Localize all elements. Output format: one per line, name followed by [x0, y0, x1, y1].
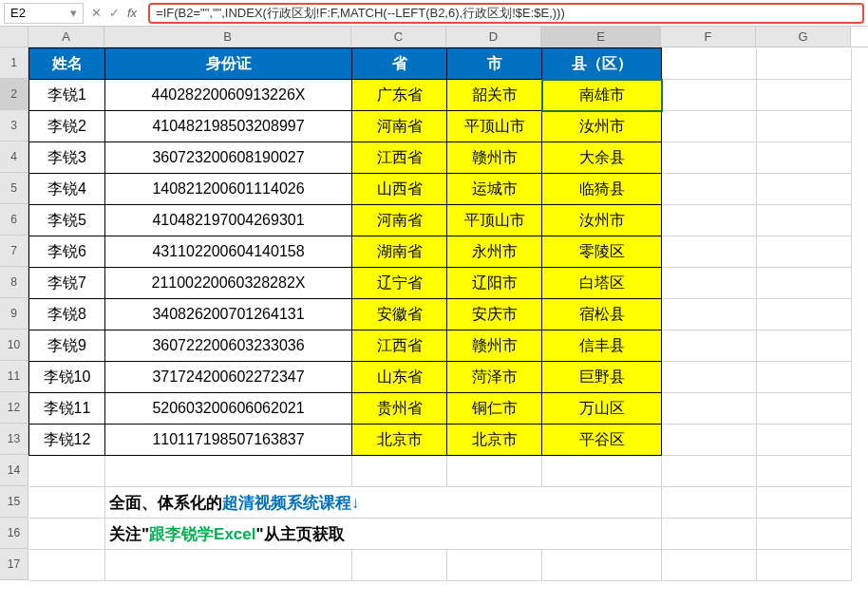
col-header-g[interactable]: G	[756, 27, 851, 47]
cell[interactable]	[662, 48, 757, 80]
cell-name[interactable]: 李锐2	[29, 111, 105, 142]
cell[interactable]	[757, 550, 852, 581]
cell-name[interactable]: 李锐12	[29, 425, 105, 456]
row-header-3[interactable]: 3	[0, 110, 28, 142]
cell-province[interactable]: 河南省	[352, 111, 447, 142]
cell[interactable]	[757, 519, 852, 550]
cell-city[interactable]: 辽阳市	[447, 268, 542, 299]
row-header-8[interactable]: 8	[0, 267, 28, 298]
col-header-d[interactable]: D	[446, 27, 541, 47]
cell-county[interactable]: 白塔区	[542, 268, 662, 299]
col-header-f[interactable]: F	[661, 27, 756, 47]
cell[interactable]	[29, 550, 105, 581]
spreadsheet-grid[interactable]: 姓名 身份证 省 市 县（区） 李锐1 44028220060913226X 广…	[28, 47, 852, 581]
cell[interactable]	[662, 142, 757, 174]
formula-input[interactable]: =IF(B2="","",INDEX(行政区划!F:F,MATCH(--LEFT…	[148, 3, 864, 24]
cell-city[interactable]: 铜仁市	[447, 393, 542, 425]
cell-county[interactable]: 大余县	[542, 142, 662, 174]
row-header-17[interactable]: 17	[0, 549, 28, 580]
cell-id[interactable]: 410482198503208997	[105, 111, 352, 142]
cell-province[interactable]: 贵州省	[352, 393, 447, 425]
cell-county[interactable]: 临猗县	[542, 174, 662, 205]
cell-name[interactable]: 李锐11	[29, 393, 105, 425]
cell[interactable]	[662, 487, 757, 519]
cancel-icon[interactable]: ✕	[91, 6, 102, 20]
cell-city[interactable]: 安庆市	[447, 299, 542, 330]
cell-province[interactable]: 山东省	[352, 362, 447, 393]
cell-province[interactable]: 北京市	[352, 425, 447, 456]
cell-name[interactable]: 李锐4	[29, 174, 105, 205]
cell-county-selected[interactable]: 南雄市	[542, 80, 662, 111]
cell-name[interactable]: 李锐1	[29, 80, 105, 111]
cell-name[interactable]: 李锐8	[29, 299, 105, 330]
cell[interactable]	[757, 425, 852, 456]
row-header-13[interactable]: 13	[0, 424, 28, 455]
cell-county[interactable]: 汝州市	[542, 111, 662, 142]
cell[interactable]	[662, 268, 757, 299]
name-box[interactable]: E2 ▾	[4, 3, 84, 24]
cell-id[interactable]: 44028220060913226X	[105, 80, 352, 111]
cell[interactable]	[352, 550, 447, 581]
cell[interactable]	[757, 174, 852, 205]
row-header-1[interactable]: 1	[0, 47, 28, 79]
cell-province[interactable]: 江西省	[352, 330, 447, 362]
cell-name[interactable]: 李锐7	[29, 268, 105, 299]
select-all-corner[interactable]	[0, 27, 28, 47]
cell-id[interactable]: 340826200701264131	[105, 299, 352, 330]
header-id[interactable]: 身份证	[105, 48, 352, 80]
cell[interactable]	[757, 299, 852, 330]
cell-city[interactable]: 韶关市	[447, 80, 542, 111]
cell[interactable]	[662, 236, 757, 268]
header-province[interactable]: 省	[352, 48, 447, 80]
cell[interactable]	[757, 362, 852, 393]
cell-name[interactable]: 李锐9	[29, 330, 105, 362]
cell[interactable]	[662, 111, 757, 142]
cell[interactable]	[662, 550, 757, 581]
cell-city[interactable]: 平顶山市	[447, 111, 542, 142]
fx-icon[interactable]: fx	[127, 6, 137, 20]
cell[interactable]	[757, 111, 852, 142]
cell[interactable]	[757, 142, 852, 174]
cell[interactable]	[662, 205, 757, 236]
cell-id[interactable]: 360722200603233036	[105, 330, 352, 362]
cell-id[interactable]: 371724200602272347	[105, 362, 352, 393]
cell-city[interactable]: 永州市	[447, 236, 542, 268]
cell[interactable]	[29, 519, 105, 550]
cell-city[interactable]: 赣州市	[447, 330, 542, 362]
col-header-b[interactable]: B	[104, 27, 351, 47]
cell[interactable]	[662, 519, 757, 550]
cell-id[interactable]: 410482197004269301	[105, 205, 352, 236]
cell[interactable]	[447, 550, 542, 581]
col-header-c[interactable]: C	[351, 27, 446, 47]
cell[interactable]	[662, 330, 757, 362]
cell[interactable]	[447, 456, 542, 487]
cell-province[interactable]: 江西省	[352, 142, 447, 174]
cell[interactable]	[757, 80, 852, 111]
cell-id[interactable]: 21100220060328282X	[105, 268, 352, 299]
cell[interactable]	[662, 80, 757, 111]
cell-county[interactable]: 巨野县	[542, 362, 662, 393]
cell[interactable]	[757, 48, 852, 80]
cell[interactable]	[29, 487, 105, 519]
row-header-6[interactable]: 6	[0, 204, 28, 236]
cell[interactable]	[662, 456, 757, 487]
cell[interactable]	[662, 174, 757, 205]
cell[interactable]	[757, 487, 852, 519]
cell-county[interactable]: 平谷区	[542, 425, 662, 456]
cell-name[interactable]: 李锐6	[29, 236, 105, 268]
cell[interactable]	[757, 236, 852, 268]
header-name[interactable]: 姓名	[29, 48, 105, 80]
row-header-4[interactable]: 4	[0, 142, 28, 173]
row-header-14[interactable]: 14	[0, 455, 28, 486]
cell[interactable]	[29, 456, 105, 487]
cell-name[interactable]: 李锐10	[29, 362, 105, 393]
cell[interactable]	[757, 330, 852, 362]
row-header-16[interactable]: 16	[0, 518, 28, 549]
cell[interactable]	[757, 268, 852, 299]
cell[interactable]	[757, 456, 852, 487]
cell-name[interactable]: 李锐3	[29, 142, 105, 174]
row-header-5[interactable]: 5	[0, 173, 28, 204]
promo-line-1[interactable]: 全面、体系化的超清视频系统课程↓	[105, 487, 662, 519]
promo-line-2[interactable]: 关注"跟李锐学Excel"从主页获取	[105, 519, 662, 550]
cell[interactable]	[662, 299, 757, 330]
